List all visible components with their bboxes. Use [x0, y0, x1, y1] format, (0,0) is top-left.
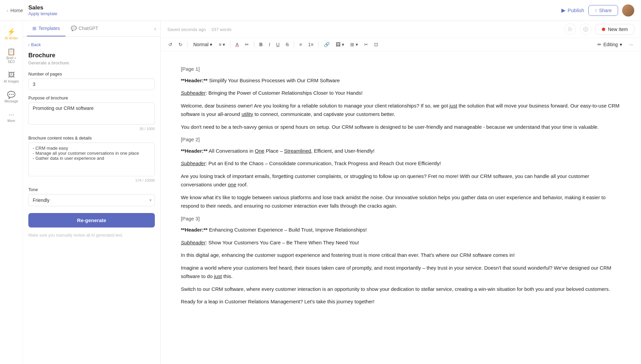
topbar-center: Sales Apply template: [28, 4, 57, 16]
panel-tabs: ⊞ Templates 💬 ChatGPT ‹: [23, 21, 160, 37]
sidebar-item-ai-images[interactable]: 🖼 AI Images: [1, 68, 22, 86]
sidebar-item-ai-writer[interactable]: ⚡ AI Writer: [1, 25, 22, 43]
page-3-header: **Header:** Enhancing Customer Experienc…: [181, 225, 621, 234]
panel-description: Generate a brochure.: [28, 60, 155, 65]
message-icon: 💬: [7, 91, 16, 99]
pages-input[interactable]: [28, 79, 155, 90]
back-chevron-icon: ‹: [28, 42, 30, 47]
toolbar-divider-4: [294, 41, 294, 48]
publish-label: Publish: [567, 7, 584, 13]
editor-actions: New Item: [564, 24, 634, 35]
avatar-image: [622, 4, 634, 17]
editing-label: Editing: [604, 42, 618, 47]
pages-label: Number of pages: [28, 71, 155, 77]
main-layout: ⚡ AI Writer 📋 Brief + SEO 🖼 AI Images 💬 …: [0, 21, 641, 364]
align-dropdown[interactable]: ≡ ▾: [216, 40, 227, 49]
more-options-button[interactable]: ✂: [362, 40, 370, 49]
home-label: Home: [10, 8, 23, 13]
add-user-icon[interactable]: [564, 24, 576, 35]
apply-template-label[interactable]: Apply template: [28, 11, 57, 16]
editor-area: Saved seconds ago 337 words New Item ↺ ↻: [161, 21, 641, 364]
publish-button[interactable]: ▶ Publish: [561, 7, 584, 13]
regenerate-button[interactable]: Re-generate: [28, 213, 155, 228]
sidebar-item-message[interactable]: 💬 Message: [1, 88, 22, 106]
publish-icon: ▶: [561, 7, 565, 13]
chatgpt-tab-label: ChatGPT: [79, 26, 98, 31]
regenerate-label: Re-generate: [77, 217, 106, 223]
panel: ⊞ Templates 💬 ChatGPT ‹ ‹ Back Brochure …: [23, 21, 161, 364]
page-2-marker: [Page 2]: [181, 135, 621, 144]
page-3-para-2: Imagine a world where your customers fee…: [181, 264, 621, 281]
home-link[interactable]: ‹ Home: [7, 8, 23, 13]
sidebar: ⚡ AI Writer 📋 Brief + SEO 🖼 AI Images 💬 …: [0, 21, 23, 364]
toolbar-divider-2: [230, 41, 230, 48]
document-content: [Page 1] **Header:** Simplify Your Busin…: [161, 51, 641, 364]
new-item-label: New Item: [608, 27, 628, 32]
saved-status: Saved seconds ago: [167, 27, 206, 32]
editor-toolbar: ↺ ↻ Normal ▾ ≡ ▾ A ✏ B I U S ≡ 1≡ 🔗 🖼 ▾ …: [161, 38, 641, 51]
svg-point-0: [568, 27, 570, 29]
text-style-select[interactable]: Normal ▾: [191, 40, 215, 49]
brief-seo-icon: 📋: [7, 48, 16, 56]
redo-button[interactable]: ↻: [176, 40, 185, 49]
share-icon: ↑: [595, 8, 597, 13]
font-color-button[interactable]: A: [233, 40, 241, 49]
tone-select[interactable]: Friendly Professional Casual Formal: [28, 194, 155, 206]
word-count: 337 words: [211, 27, 231, 32]
image-button[interactable]: 🖼 ▾: [333, 40, 346, 49]
tone-label: Tone: [28, 187, 155, 192]
strikethrough-button[interactable]: S: [283, 40, 291, 49]
tone-select-wrap: Friendly Professional Casual Formal ▾: [28, 194, 155, 206]
special-button[interactable]: ⊡: [372, 40, 381, 49]
sidebar-item-more[interactable]: ··· More: [1, 108, 22, 125]
editing-mode-button[interactable]: ✏ Editing ▾: [594, 40, 626, 49]
highlight-button[interactable]: ✏: [243, 40, 251, 49]
tab-chatgpt[interactable]: 💬 ChatGPT: [65, 21, 104, 36]
more-icon: ···: [8, 111, 14, 118]
numbered-list-button[interactable]: 1≡: [306, 40, 316, 49]
italic-button[interactable]: I: [267, 40, 273, 49]
settings-icon[interactable]: [580, 24, 591, 35]
sidebar-item-label: Message: [4, 99, 18, 103]
page-1-subheader: Subheader: Bringing the Power of Custome…: [181, 89, 621, 97]
back-link[interactable]: ‹ Back: [28, 42, 155, 47]
bold-button[interactable]: B: [257, 40, 265, 49]
page-1-para-1: Welcome, dear business owner! Are you lo…: [181, 101, 621, 119]
page-2-para-2: We know what it's like to toggle between…: [181, 193, 621, 210]
sidebar-item-brief-seo[interactable]: 📋 Brief + SEO: [1, 45, 22, 66]
page-3-marker: [Page 3]: [181, 214, 621, 223]
bullet-list-button[interactable]: ≡: [297, 40, 304, 49]
editor-meta: Saved seconds ago 337 words: [167, 27, 231, 32]
toolbar-divider-3: [254, 41, 254, 48]
page-3-para-4: Ready for a leap in Customer Relations M…: [181, 297, 621, 306]
page-3-para-3: Switch to our CRM software, where every …: [181, 285, 621, 294]
toolbar-right: ✏ Editing ▾ ···: [594, 40, 636, 49]
link-button[interactable]: 🔗: [322, 40, 332, 49]
new-item-dot: [602, 28, 605, 31]
sidebar-item-label: More: [7, 119, 15, 123]
page-2-header: **Header:** All Conversations in One Pla…: [181, 147, 621, 155]
page-2-subheader: Subheader: Put an End to the Chaos – Con…: [181, 159, 621, 168]
notes-textarea[interactable]: - CRM made easy - Manage all your custom…: [28, 143, 155, 176]
avatar[interactable]: [622, 4, 634, 17]
sidebar-item-label: AI Images: [4, 80, 19, 83]
share-button[interactable]: ↑ Share: [588, 5, 618, 16]
more-menu-button[interactable]: ···: [627, 40, 636, 49]
tab-templates[interactable]: ⊞ Templates: [27, 21, 65, 36]
topbar-left: ‹ Home Sales Apply template: [7, 4, 57, 16]
panel-collapse-button[interactable]: ‹: [154, 25, 156, 32]
notes-char-count: 174 / 10000: [28, 178, 155, 182]
page-title: Sales: [28, 4, 43, 11]
panel-content: ‹ Back Brochure Generate a brochure. Num…: [23, 37, 160, 244]
sidebar-item-label: Brief + SEO: [3, 56, 20, 64]
page-1-marker: [Page 1]: [181, 65, 621, 73]
table-button[interactable]: ⊞ ▾: [348, 40, 360, 49]
new-item-button[interactable]: New Item: [595, 24, 634, 35]
ai-writer-icon: ⚡: [7, 28, 16, 36]
purpose-textarea[interactable]: Promoting our CRM software: [28, 102, 155, 125]
underline-button[interactable]: U: [274, 40, 282, 49]
editor-topbar: Saved seconds ago 337 words New Item: [161, 21, 641, 38]
chevron-left-icon: ‹: [7, 8, 8, 13]
undo-button[interactable]: ↺: [166, 40, 175, 49]
text-style-label: Normal: [193, 42, 208, 47]
